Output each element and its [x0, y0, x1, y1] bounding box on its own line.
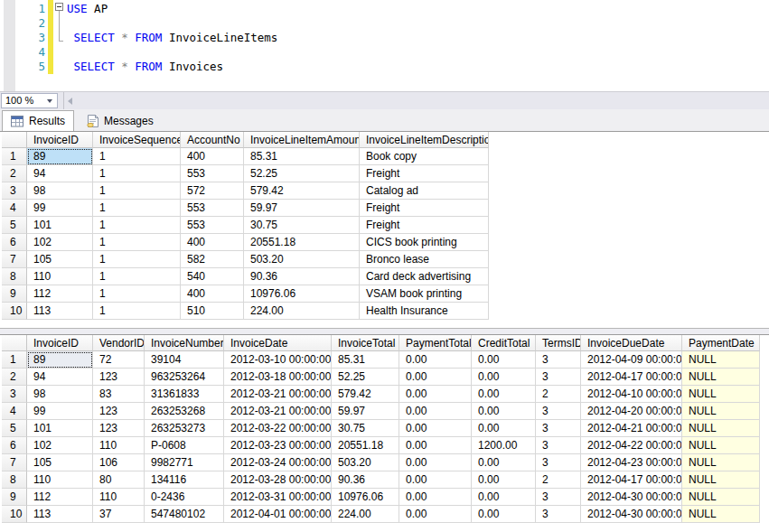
- cell[interactable]: 110: [93, 489, 145, 506]
- cell[interactable]: 2012-04-22 00:00:00: [581, 437, 682, 454]
- cell[interactable]: 0.00: [399, 403, 472, 420]
- cell[interactable]: 3: [536, 420, 581, 437]
- cell[interactable]: 1: [93, 182, 181, 200]
- cell[interactable]: 0.00: [399, 454, 472, 471]
- cell[interactable]: 85.31: [332, 351, 399, 369]
- cell[interactable]: 98: [27, 386, 93, 403]
- tab-results[interactable]: Results: [2, 110, 74, 131]
- cell[interactable]: 110: [93, 437, 145, 454]
- cell[interactable]: 2012-04-09 00:00:00: [581, 351, 682, 369]
- cell[interactable]: 1200.00: [472, 437, 536, 454]
- cell[interactable]: 579.42: [332, 386, 399, 403]
- cell[interactable]: 2012-04-17 00:00:00: [581, 369, 682, 386]
- cell[interactable]: 0.00: [399, 437, 472, 454]
- row-header[interactable]: 3: [2, 182, 27, 200]
- cell[interactable]: 503.20: [332, 454, 399, 471]
- cell[interactable]: 1: [93, 148, 181, 165]
- cell[interactable]: 98: [27, 182, 93, 200]
- cell[interactable]: 90.36: [332, 471, 399, 489]
- cell[interactable]: 0.00: [399, 471, 472, 489]
- cell[interactable]: 85.31: [244, 148, 360, 165]
- cell[interactable]: 3: [536, 437, 581, 454]
- cell[interactable]: 2012-03-24 00:00:00: [224, 454, 332, 471]
- cell[interactable]: 113: [27, 506, 93, 523]
- row-header[interactable]: 1: [2, 148, 27, 165]
- cell[interactable]: 2012-04-23 00:00:00: [581, 454, 682, 471]
- cell[interactable]: 400: [181, 148, 244, 165]
- cell[interactable]: 94: [27, 369, 93, 386]
- horizontal-scrollbar[interactable]: 100 %: [0, 91, 769, 109]
- cell[interactable]: 0.00: [472, 489, 536, 506]
- cell[interactable]: 3: [536, 489, 581, 506]
- cell[interactable]: 2012-03-21 00:00:00: [224, 403, 332, 420]
- cell[interactable]: 89: [27, 148, 93, 165]
- row-header[interactable]: 4: [2, 403, 27, 420]
- column-header[interactable]: AccountNo: [181, 132, 244, 148]
- row-header[interactable]: 7: [2, 251, 27, 268]
- cell[interactable]: 400: [181, 285, 244, 303]
- cell[interactable]: 224.00: [244, 303, 360, 320]
- column-header[interactable]: InvoiceDate: [224, 335, 332, 351]
- cell[interactable]: 582: [181, 251, 244, 268]
- cell[interactable]: NULL: [682, 403, 760, 420]
- cell[interactable]: NULL: [682, 386, 760, 403]
- cell[interactable]: NULL: [682, 506, 760, 523]
- row-header[interactable]: 2: [2, 369, 27, 386]
- cell[interactable]: Health Insurance: [360, 303, 489, 320]
- cell[interactable]: 123: [93, 369, 145, 386]
- column-header[interactable]: InvoiceSequence: [93, 132, 181, 148]
- tab-messages[interactable]: Messages: [79, 110, 162, 131]
- cell[interactable]: 2012-04-21 00:00:00: [581, 420, 682, 437]
- fold-collapse-icon[interactable]: [55, 3, 63, 11]
- cell[interactable]: 0.00: [472, 506, 536, 523]
- row-header[interactable]: 8: [2, 471, 27, 489]
- cell[interactable]: 30.75: [332, 420, 399, 437]
- cell[interactable]: 31361833: [145, 386, 224, 403]
- code-area[interactable]: USE AP SELECT * FROM InvoiceLineItems SE…: [67, 2, 277, 74]
- cell[interactable]: 112: [27, 285, 93, 303]
- cell[interactable]: 553: [181, 217, 244, 234]
- cell[interactable]: 80: [93, 471, 145, 489]
- cell[interactable]: 123: [93, 420, 145, 437]
- cell[interactable]: 59.97: [244, 200, 360, 217]
- cell[interactable]: 123: [93, 403, 145, 420]
- results-grid-invoices[interactable]: InvoiceIDVendorIDInvoiceNumberInvoiceDat…: [0, 334, 769, 523]
- cell[interactable]: 540: [181, 268, 244, 285]
- cell[interactable]: 400: [181, 234, 244, 251]
- cell[interactable]: 0.00: [472, 386, 536, 403]
- cell[interactable]: 3: [536, 351, 581, 369]
- cell[interactable]: 113: [27, 303, 93, 320]
- select-all-corner[interactable]: [2, 132, 27, 148]
- cell[interactable]: 52.25: [332, 369, 399, 386]
- cell[interactable]: 37: [93, 506, 145, 523]
- cell[interactable]: 1: [93, 234, 181, 251]
- column-header[interactable]: TermsID: [536, 335, 581, 351]
- cell[interactable]: 2012-04-30 00:00:00: [581, 506, 682, 523]
- cell[interactable]: 2012-04-30 00:00:00: [581, 489, 682, 506]
- row-header[interactable]: 6: [2, 437, 27, 454]
- row-header[interactable]: 1: [2, 351, 27, 369]
- cell[interactable]: 2012-03-31 00:00:00: [224, 489, 332, 506]
- scroll-left-icon[interactable]: [68, 98, 72, 105]
- cell[interactable]: 134116: [145, 471, 224, 489]
- cell[interactable]: 0.00: [399, 351, 472, 369]
- cell[interactable]: 52.25: [244, 165, 360, 182]
- cell[interactable]: 10976.06: [332, 489, 399, 506]
- row-header[interactable]: 10: [2, 303, 27, 320]
- row-header[interactable]: 8: [2, 268, 27, 285]
- cell[interactable]: 101: [27, 420, 93, 437]
- column-header[interactable]: PaymentTotal: [399, 335, 472, 351]
- cell[interactable]: 224.00: [332, 506, 399, 523]
- cell[interactable]: 9982771: [145, 454, 224, 471]
- chevron-down-icon[interactable]: [44, 95, 56, 107]
- row-header[interactable]: 2: [2, 165, 27, 182]
- cell[interactable]: NULL: [682, 369, 760, 386]
- cell[interactable]: Freight: [360, 165, 489, 182]
- cell[interactable]: 102: [27, 437, 93, 454]
- cell[interactable]: Freight: [360, 217, 489, 234]
- cell[interactable]: NULL: [682, 489, 760, 506]
- column-header[interactable]: InvoiceID: [27, 132, 93, 148]
- cell[interactable]: 39104: [145, 351, 224, 369]
- cell[interactable]: 2: [536, 386, 581, 403]
- cell[interactable]: 102: [27, 234, 93, 251]
